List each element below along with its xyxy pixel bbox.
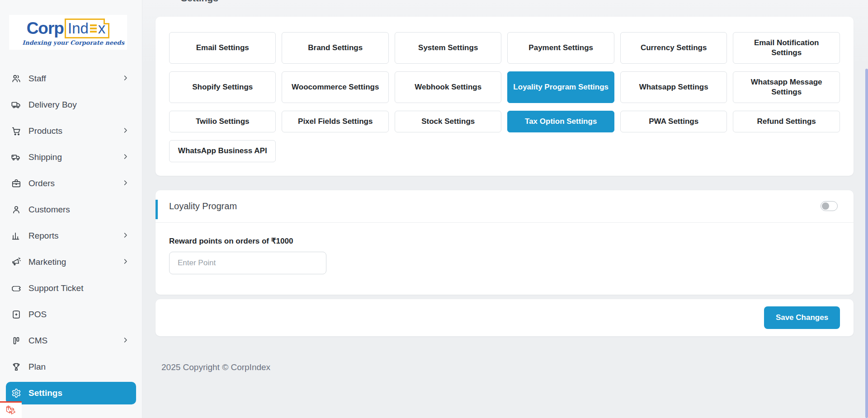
tab-pwa-settings[interactable]: PWA Settings [620, 111, 727, 132]
tab-whatsapp-message-settings[interactable]: Whatsapp Message Settings [733, 71, 840, 103]
sidebar-item-label: Products [28, 126, 122, 136]
tab-currency-settings[interactable]: Currency Settings [620, 32, 727, 64]
copyright-footer: 2025 Copyright © CorpIndex [156, 362, 854, 372]
shipping-icon [11, 152, 22, 163]
sidebar-item-pos[interactable]: POS [6, 303, 136, 326]
loyalty-program-card: Loyality Program Reward points on orders… [156, 190, 854, 295]
sidebar-menu: StaffDelivery BoyProductsShippingOrdersC… [0, 67, 142, 404]
logo-framed-index: Ind x [65, 19, 109, 38]
sidebar-item-plan[interactable]: Plan [6, 356, 136, 378]
toggle-knob [822, 202, 829, 210]
loyalty-program-header: Loyality Program [156, 190, 854, 223]
logo-wordmark: Corp Ind x [27, 19, 110, 38]
reward-points-label: Reward points on orders of ₹1000 [169, 236, 840, 246]
tab-payment-settings[interactable]: Payment Settings [507, 32, 614, 64]
sidebar-item-cms[interactable]: CMS [6, 329, 136, 352]
tab-refund-settings[interactable]: Refund Settings [733, 111, 840, 132]
reward-point-input[interactable] [169, 252, 326, 274]
sidebar-item-support-ticket[interactable]: Support Ticket [6, 277, 136, 300]
cms-icon [11, 335, 22, 346]
sidebar-item-orders[interactable]: Orders [6, 172, 136, 195]
products-icon [11, 126, 22, 136]
settings-icon [11, 388, 22, 399]
chevron-right-icon [122, 127, 129, 135]
clipped-page-title: Settings [181, 0, 218, 4]
tab-shopify-settings[interactable]: Shopify Settings [169, 71, 276, 103]
loyalty-program-body: Reward points on orders of ₹1000 [156, 223, 854, 295]
sidebar-item-delivery-boy[interactable]: Delivery Boy [6, 94, 136, 116]
sidebar-item-staff[interactable]: Staff [6, 67, 136, 90]
sidebar-item-label: Support Ticket [28, 283, 129, 293]
orders-icon [11, 178, 22, 189]
logo-tagline: Indexing your Corporate needs [22, 39, 124, 46]
tab-woocommerce-settings[interactable]: Woocommerce Settings [282, 71, 388, 103]
chevron-right-icon [122, 153, 129, 161]
pos-icon [11, 309, 22, 320]
support-ticket-icon [11, 283, 22, 294]
chevron-right-icon [122, 232, 129, 240]
header-accent-bar [156, 200, 158, 219]
tab-loyality-program-settings[interactable]: Loyality Program Settings [507, 71, 614, 103]
page-scrollbar[interactable] [865, 69, 868, 418]
sidebar-item-label: Plan [28, 362, 129, 372]
sidebar-item-label: POS [28, 310, 129, 319]
tab-webhook-settings[interactable]: Webhook Settings [395, 71, 501, 103]
tab-stock-settings[interactable]: Stock Settings [395, 111, 501, 132]
customers-icon [11, 204, 22, 215]
sidebar-item-reports[interactable]: Reports [6, 225, 136, 247]
tab-whatsapp-business-api[interactable]: WhatsApp Business API [169, 140, 276, 162]
tab-brand-settings[interactable]: Brand Settings [282, 32, 388, 64]
loyalty-program-title: Loyality Program [169, 201, 237, 211]
sidebar: Corp Ind x Indexing your Corporate needs… [0, 0, 142, 418]
sidebar-item-label: Staff [28, 74, 122, 84]
chevron-right-icon [122, 258, 129, 266]
sidebar-item-label: Delivery Boy [28, 100, 129, 110]
loyalty-program-toggle[interactable] [821, 201, 838, 211]
sidebar-item-customers[interactable]: Customers [6, 198, 136, 221]
reports-icon [11, 230, 22, 241]
sidebar-item-label: CMS [28, 336, 122, 346]
staff-icon [11, 73, 22, 84]
chevron-right-icon [122, 337, 129, 345]
logo-text-corp: Corp [27, 19, 64, 38]
save-actions-card: Save Changes [156, 299, 854, 336]
delivery-boy-icon [11, 99, 22, 110]
tab-whatsapp-settings[interactable]: Whatsapp Settings [620, 71, 727, 103]
plan-icon [11, 362, 22, 372]
logo-text-ind: Ind [68, 20, 89, 37]
logo-equals-glyph [90, 24, 97, 33]
marketing-icon [11, 257, 22, 268]
chevron-right-icon [122, 75, 129, 83]
sidebar-item-label: Settings [28, 388, 129, 398]
sidebar-item-marketing[interactable]: Marketing [6, 251, 136, 273]
sidebar-item-settings[interactable]: Settings [6, 382, 136, 404]
sidebar-item-label: Marketing [28, 257, 122, 267]
tab-email-settings[interactable]: Email Settings [169, 32, 276, 64]
laravel-debugbar[interactable] [0, 401, 22, 418]
sidebar-item-shipping[interactable]: Shipping [6, 146, 136, 169]
sidebar-item-label: Reports [28, 231, 122, 241]
sidebar-item-label: Orders [28, 178, 122, 188]
chevron-right-icon [122, 179, 129, 188]
sidebar-item-label: Customers [28, 205, 129, 215]
tab-tax-option-settings[interactable]: Tax Option Settings [507, 111, 614, 132]
laravel-icon [5, 405, 16, 416]
logo-folded-corner [104, 19, 109, 24]
sidebar-item-products[interactable]: Products [6, 120, 136, 142]
tab-twilio-settings[interactable]: Twilio Settings [169, 111, 276, 132]
sidebar-item-label: Shipping [28, 152, 122, 162]
settings-tabs-card: Email SettingsBrand SettingsSystem Setti… [156, 17, 854, 176]
corpindex-logo[interactable]: Corp Ind x Indexing your Corporate needs [9, 15, 127, 50]
save-changes-button[interactable]: Save Changes [764, 306, 840, 329]
tab-email-notification-settings[interactable]: Email Notification Settings [733, 32, 840, 64]
tab-system-settings[interactable]: System Settings [395, 32, 501, 64]
app-window: Corp Ind x Indexing your Corporate needs… [0, 0, 868, 418]
settings-tab-grid: Email SettingsBrand SettingsSystem Setti… [169, 32, 840, 162]
main-content: Settings Email SettingsBrand SettingsSys… [142, 0, 868, 418]
tab-pixel-fields-settings[interactable]: Pixel Fields Settings [282, 111, 388, 132]
